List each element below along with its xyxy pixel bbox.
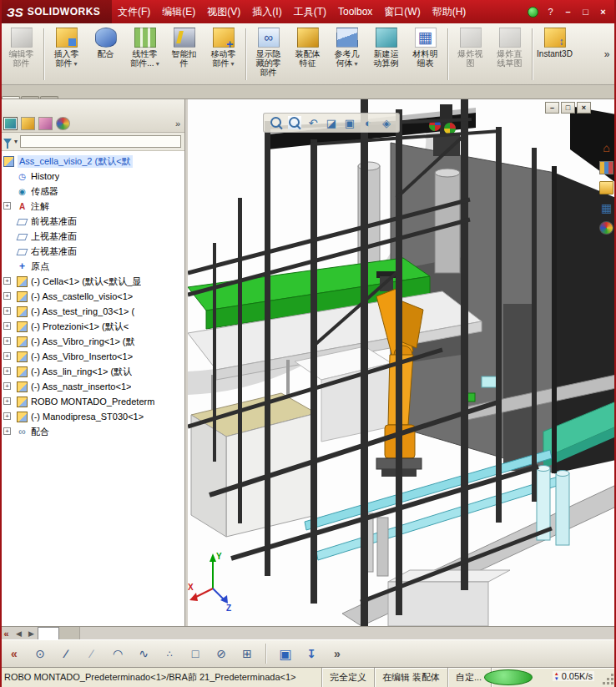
tree-expand-icon[interactable]: + bbox=[3, 322, 11, 330]
zoom-fit[interactable] bbox=[270, 116, 283, 129]
tree-item[interactable]: 右视基准面 bbox=[0, 244, 184, 259]
tree-expand-icon[interactable]: + bbox=[3, 202, 11, 210]
tree-item[interactable]: + (-) Cella<1> (默认<默认_显 bbox=[0, 274, 184, 289]
app-minimize[interactable] bbox=[560, 5, 576, 19]
menu-item[interactable]: 编辑(E) bbox=[156, 0, 201, 23]
anchor-tool[interactable] bbox=[304, 645, 319, 662]
ribbon-button[interactable]: 装配体 特征 bbox=[288, 25, 327, 83]
panel-overflow[interactable]: » bbox=[175, 119, 180, 129]
app-close[interactable] bbox=[595, 5, 611, 19]
commandmanager-tab[interactable] bbox=[2, 96, 20, 99]
ribbon-button[interactable]: 新建运 动算例 bbox=[366, 25, 406, 83]
tree-item[interactable]: + (-) Ass_Vibro_ring<1> (默 bbox=[0, 334, 184, 349]
tree-expand-icon[interactable]: + bbox=[3, 412, 11, 420]
menu-item[interactable]: 工具(T) bbox=[288, 0, 332, 23]
feature-manager-tab[interactable] bbox=[3, 117, 18, 130]
tree-item[interactable]: History bbox=[0, 169, 184, 184]
ribbon-button[interactable]: 配合 bbox=[86, 25, 125, 83]
document-tab[interactable] bbox=[38, 627, 59, 639]
app-maximize[interactable] bbox=[578, 5, 593, 19]
pattern-tool[interactable] bbox=[240, 645, 255, 662]
separator[interactable] bbox=[265, 644, 267, 664]
filter-input[interactable] bbox=[20, 135, 181, 148]
hide-show-items[interactable] bbox=[380, 116, 393, 129]
menu-item[interactable]: 插入(I) bbox=[246, 0, 287, 23]
tree-expand-icon[interactable]: + bbox=[3, 427, 11, 435]
point-tool[interactable] bbox=[162, 645, 177, 662]
appearances-scenes[interactable] bbox=[599, 221, 613, 235]
solidworks-resources[interactable] bbox=[599, 141, 613, 154]
tree-expand-icon[interactable]: + bbox=[3, 352, 11, 360]
file-explorer[interactable] bbox=[599, 181, 613, 194]
ribbon-button[interactable]: 移动零 部件 bbox=[204, 25, 243, 83]
doc-restore[interactable] bbox=[561, 102, 575, 114]
zoom-to-area[interactable] bbox=[288, 116, 301, 129]
tab-next[interactable] bbox=[25, 627, 38, 639]
ribbon-overflow[interactable]: » bbox=[601, 48, 613, 60]
view-orientation[interactable] bbox=[343, 116, 356, 129]
line-tool[interactable] bbox=[58, 645, 73, 662]
ribbon-button[interactable]: 线性零 部件... bbox=[125, 25, 164, 83]
tree-item[interactable]: 前视基准面 bbox=[0, 214, 184, 229]
tree-item[interactable]: + ROBO MONTADO_Predeterm bbox=[0, 394, 184, 409]
filter-funnel-icon[interactable] bbox=[3, 139, 12, 144]
tree-item[interactable]: + 注解 bbox=[0, 199, 184, 214]
tree-expand-icon[interactable]: + bbox=[3, 337, 11, 345]
menu-item[interactable]: Toolbox bbox=[332, 0, 378, 23]
filter-caret-icon[interactable]: ▾ bbox=[14, 138, 18, 145]
tree-item[interactable]: + (-) Ass_lin_ring<1> (默认 bbox=[0, 364, 184, 379]
tree-expand-icon[interactable]: + bbox=[3, 277, 11, 285]
graphics-viewport[interactable]: Y X Z bbox=[188, 99, 616, 626]
overflow-left[interactable] bbox=[7, 645, 22, 662]
tab-prev[interactable] bbox=[13, 627, 25, 639]
tree-expand-icon[interactable]: + bbox=[3, 292, 11, 300]
section-view[interactable] bbox=[325, 116, 338, 129]
ribbon-button[interactable]: 插入零 部件 bbox=[47, 25, 86, 83]
tree-item[interactable]: + (-) Ass_castello_visio<1> bbox=[0, 289, 184, 304]
tree-item[interactable]: + (-) Protezioni<1> (默认< bbox=[0, 319, 184, 334]
ribbon-button[interactable]: 智能扣 件 bbox=[164, 25, 204, 83]
tree-item[interactable]: 传感器 bbox=[0, 184, 184, 199]
rectangle-tool[interactable] bbox=[188, 645, 203, 662]
document-tab[interactable] bbox=[59, 627, 80, 639]
configuration-manager-tab[interactable] bbox=[38, 117, 53, 130]
design-library[interactable] bbox=[599, 161, 613, 174]
display-manager-tab[interactable] bbox=[56, 117, 70, 130]
doc-minimize[interactable] bbox=[545, 102, 559, 114]
display-style[interactable] bbox=[361, 116, 375, 129]
tree-expand-icon[interactable]: + bbox=[3, 397, 11, 405]
app-help[interactable] bbox=[543, 5, 558, 19]
tree-item[interactable]: Ass_cella_visio_2 (默认<默 bbox=[0, 154, 184, 169]
menu-item[interactable]: 文件(F) bbox=[112, 0, 156, 23]
ribbon-button[interactable]: 材料明 细表 bbox=[406, 25, 445, 83]
ribbon-button[interactable]: 显示隐 藏的零 部件 bbox=[249, 25, 288, 83]
viewport-scene[interactable]: Y X Z bbox=[188, 99, 616, 626]
tree-item[interactable]: + (-) Ass_nastr_inserto<1> bbox=[0, 379, 184, 394]
tab-scroll-left[interactable] bbox=[0, 627, 13, 639]
property-manager-tab[interactable] bbox=[21, 117, 35, 130]
previous-view[interactable] bbox=[306, 116, 320, 129]
circle-tool[interactable] bbox=[33, 645, 48, 662]
ribbon-button[interactable]: 参考几 何体 bbox=[327, 25, 366, 83]
tree-item[interactable]: + (-) Ass_test_ring_03<1> ( bbox=[0, 304, 184, 319]
doc-close[interactable] bbox=[577, 102, 591, 114]
ribbon-button[interactable]: Instant3D bbox=[535, 25, 574, 83]
menu-item[interactable]: 窗口(W) bbox=[378, 0, 426, 23]
centerline-tool[interactable] bbox=[84, 645, 99, 662]
arc-tool[interactable] bbox=[110, 645, 125, 662]
tree-item[interactable]: + (-) Ass_Vibro_Inserto<1> bbox=[0, 349, 184, 364]
tree-item[interactable]: + (-) Manodipresa_ST030<1> bbox=[0, 409, 184, 424]
tree-expand-icon[interactable]: + bbox=[3, 382, 11, 390]
tree-expand-icon[interactable]: + bbox=[3, 367, 11, 375]
menu-item[interactable]: 帮助(H) bbox=[427, 0, 472, 23]
tree-item[interactable]: + 配合 bbox=[0, 424, 184, 439]
commandmanager-tab[interactable] bbox=[40, 96, 58, 99]
spline-tool[interactable] bbox=[136, 645, 151, 662]
tree-item[interactable]: 原点 bbox=[0, 259, 184, 274]
tree-item[interactable]: 上视基准面 bbox=[0, 229, 184, 244]
view-palette[interactable] bbox=[599, 201, 613, 215]
cube-tool[interactable] bbox=[278, 645, 293, 662]
commandmanager-tab[interactable] bbox=[21, 96, 39, 99]
trim-tool[interactable] bbox=[214, 645, 229, 662]
resize-grip[interactable] bbox=[603, 674, 615, 686]
